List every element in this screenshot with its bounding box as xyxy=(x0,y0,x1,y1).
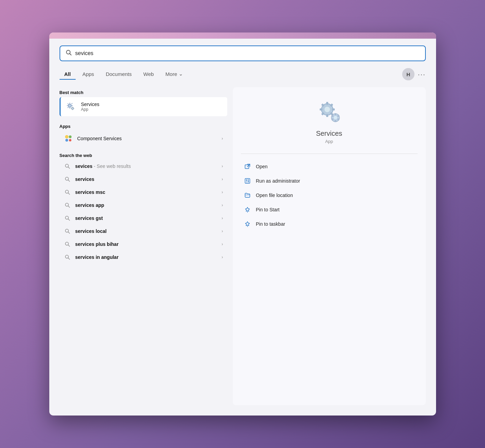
web-item-chevron-3: › xyxy=(222,203,223,208)
svg-rect-38 xyxy=(335,113,336,115)
web-item-7[interactable]: services in angular › xyxy=(60,251,227,263)
tab-all[interactable]: All xyxy=(60,69,76,80)
svg-line-17 xyxy=(68,206,70,208)
best-match-text: Services App xyxy=(81,102,100,112)
web-item-text-2: services msc xyxy=(75,189,222,195)
detail-app-type: App xyxy=(325,139,333,144)
action-file-loc-label: Open file location xyxy=(256,193,293,198)
web-item-text-3: services app xyxy=(75,202,222,208)
svg-rect-41 xyxy=(335,120,336,122)
web-item-2[interactable]: services msc › xyxy=(60,186,227,198)
action-run-admin[interactable]: Run as administrator xyxy=(241,174,418,188)
svg-point-9 xyxy=(69,139,71,142)
svg-line-23 xyxy=(68,245,70,247)
svg-point-6 xyxy=(65,135,68,139)
search-input[interactable]: sevices xyxy=(75,50,420,56)
svg-rect-32 xyxy=(326,114,328,117)
component-services-chevron: › xyxy=(222,136,223,141)
web-item-text-4: services gst xyxy=(75,215,222,221)
admin-icon xyxy=(244,177,251,185)
web-item-text-1: services xyxy=(75,176,222,182)
web-search-icon-6 xyxy=(64,240,71,248)
web-item-chevron-6: › xyxy=(222,242,223,247)
action-pin-taskbar-label: Pin to taskbar xyxy=(256,221,285,227)
svg-rect-34 xyxy=(320,108,322,110)
app-item-component-services[interactable]: Component Services › xyxy=(60,131,227,146)
web-item-chevron-1: › xyxy=(222,177,223,182)
svg-line-13 xyxy=(68,180,70,182)
web-item-5[interactable]: services local › xyxy=(60,225,227,237)
svg-line-25 xyxy=(68,258,70,260)
detail-app-icon xyxy=(316,97,343,125)
search-icon xyxy=(66,50,72,57)
pin-taskbar-icon xyxy=(244,220,251,228)
web-item-chevron-5: › xyxy=(222,229,223,234)
tab-apps[interactable]: Apps xyxy=(78,69,99,80)
detail-panel: Services App Open xyxy=(233,87,426,405)
web-search-icon-7 xyxy=(64,253,71,261)
best-match-title: Best match xyxy=(60,87,227,97)
action-open[interactable]: Open xyxy=(241,159,418,174)
component-services-name: Component Services xyxy=(77,136,222,141)
action-pin-taskbar[interactable]: Pin to taskbar xyxy=(241,217,418,231)
web-item-3[interactable]: services app › xyxy=(60,199,227,211)
detail-divider xyxy=(241,154,418,154)
web-item-text-6: services plus bihar xyxy=(75,241,222,247)
avatar: H xyxy=(402,68,414,80)
best-match-type: App xyxy=(81,107,100,112)
folder-icon xyxy=(244,192,251,199)
svg-rect-28 xyxy=(326,102,328,105)
web-search-icon-2 xyxy=(64,188,71,196)
svg-rect-49 xyxy=(248,181,249,182)
web-search-icon-5 xyxy=(64,227,71,235)
svg-point-5 xyxy=(72,108,73,109)
svg-point-3 xyxy=(69,105,71,107)
top-decoration xyxy=(49,32,436,39)
svg-rect-46 xyxy=(245,179,250,183)
web-item-text-5: services local xyxy=(75,228,222,234)
web-item-1[interactable]: services › xyxy=(60,173,227,185)
action-pin-start-label: Pin to Start xyxy=(256,207,280,212)
tab-web[interactable]: Web xyxy=(139,69,159,80)
web-search-icon-0 xyxy=(64,162,71,170)
svg-rect-48 xyxy=(248,180,249,181)
chevron-down-icon: ⌄ xyxy=(179,71,183,77)
action-pin-start[interactable]: Pin to Start xyxy=(241,202,418,217)
web-item-chevron-2: › xyxy=(222,190,223,195)
web-item-chevron-0: › xyxy=(222,164,223,169)
apps-section-title: Apps xyxy=(60,121,227,131)
svg-point-8 xyxy=(65,139,68,142)
svg-line-45 xyxy=(247,164,250,167)
web-search-icon-3 xyxy=(64,201,71,209)
svg-line-19 xyxy=(68,219,70,221)
best-match-item[interactable]: Services App xyxy=(60,97,227,116)
left-panel: Best match xyxy=(60,87,227,405)
action-file-location[interactable]: Open file location xyxy=(241,188,418,202)
svg-line-21 xyxy=(68,232,70,234)
more-options-button[interactable]: ··· xyxy=(418,70,426,78)
web-item-0[interactable]: sevices - See web results › xyxy=(60,160,227,172)
web-item-text-7: services in angular xyxy=(75,254,222,260)
services-app-icon xyxy=(65,101,77,113)
web-search-icon-4 xyxy=(64,214,71,222)
web-item-4[interactable]: services gst › xyxy=(60,212,227,224)
web-item-chevron-4: › xyxy=(222,216,223,221)
tab-more[interactable]: More ⌄ xyxy=(161,69,188,80)
action-open-label: Open xyxy=(256,164,268,169)
filter-tabs: All Apps Documents Web More ⌄ H ··· xyxy=(60,68,426,80)
content-area: sevices All Apps Documents Web More ⌄ H … xyxy=(49,39,436,416)
component-services-icon xyxy=(64,134,73,143)
svg-point-7 xyxy=(69,135,72,138)
best-match-name: Services xyxy=(81,102,100,107)
search-window: sevices All Apps Documents Web More ⌄ H … xyxy=(49,32,436,416)
web-item-6[interactable]: services plus bihar › xyxy=(60,238,227,250)
svg-rect-47 xyxy=(246,180,247,181)
pin-start-icon xyxy=(244,206,251,213)
action-admin-label: Run as administrator xyxy=(256,178,300,184)
tab-documents[interactable]: Documents xyxy=(101,69,137,80)
search-bar[interactable]: sevices xyxy=(60,45,426,61)
svg-point-37 xyxy=(334,116,337,119)
svg-line-1 xyxy=(69,54,71,55)
svg-rect-30 xyxy=(332,108,335,110)
svg-line-15 xyxy=(68,193,70,195)
